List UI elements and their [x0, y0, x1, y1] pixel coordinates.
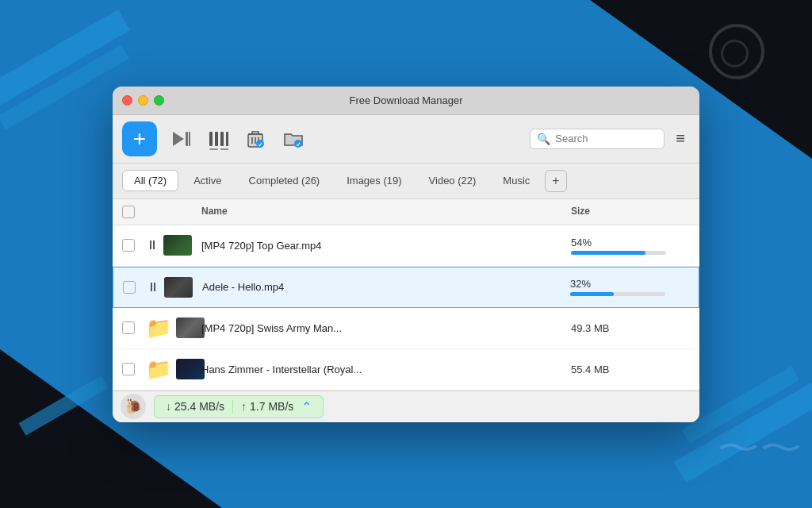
folder-icon: 📁 — [146, 316, 171, 341]
size-cell: 32% — [570, 278, 689, 296]
svg-rect-2 — [189, 132, 190, 146]
search-container: 🔍 — [530, 129, 665, 149]
svg-text:✓: ✓ — [296, 141, 301, 148]
thumbnail — [163, 235, 192, 256]
trash-icon: ✓ — [244, 128, 266, 150]
app-window: Free Download Manager + — [113, 87, 699, 422]
pause-icon: ⏸ — [147, 280, 159, 294]
window-title: Free Download Manager — [349, 94, 462, 106]
row-actions: 📁 — [146, 357, 201, 382]
resume-button[interactable] — [163, 125, 195, 153]
folder-check-icon: ✓ — [282, 128, 304, 150]
pause-all-button[interactable] — [201, 125, 233, 153]
close-button[interactable] — [122, 95, 132, 106]
tab-completed[interactable]: Completed (26) — [237, 170, 332, 191]
size-cell: 49.3 MB — [571, 322, 690, 334]
status-bar: 🐌 ↓ 25.4 MB/s ↑ 1.7 MB/s ⌃ — [113, 391, 699, 422]
add-download-button[interactable]: + — [122, 121, 157, 156]
row-checkbox[interactable] — [122, 239, 135, 252]
pause-all-icon — [206, 128, 228, 150]
up-arrow-icon: ↑ — [241, 400, 247, 413]
svg-rect-7 — [226, 132, 228, 146]
header-name-col: Name — [201, 206, 571, 218]
svg-text:✓: ✓ — [258, 141, 263, 148]
file-name: [MP4 720p] Swiss Army Man... — [201, 322, 571, 334]
hamburger-menu-button[interactable]: ≡ — [671, 126, 690, 151]
progress-bar-fill — [570, 292, 614, 296]
svg-rect-5 — [209, 148, 218, 150]
add-tab-button[interactable]: + — [545, 170, 566, 192]
progress-wrap: 32% — [570, 278, 689, 296]
upload-speed-value: 1.7 MB/s — [250, 400, 293, 413]
download-table: Name Size ⏸ [MP4 720p] Top Gear.mp4 54% — [113, 199, 699, 391]
svg-rect-1 — [186, 132, 188, 146]
open-folder-button[interactable]: ✓ — [278, 125, 309, 153]
svg-marker-0 — [173, 132, 184, 146]
snail-icon: 🐌 — [121, 394, 146, 419]
select-all-checkbox[interactable] — [122, 206, 135, 218]
svg-rect-4 — [215, 132, 218, 146]
speed-badges: ↓ 25.4 MB/s ↑ 1.7 MB/s ⌃ — [154, 395, 324, 418]
table-row[interactable]: 📁 Hans Zimmer - Interstellar (Royal... 5… — [113, 349, 699, 391]
table-row[interactable]: ⏸ Adele - Hello.mp4 32% — [113, 267, 699, 308]
table-header: Name Size — [113, 199, 699, 225]
download-speed-value: 25.4 MB/s — [174, 400, 224, 413]
tab-music[interactable]: Music — [491, 170, 542, 191]
down-arrow-icon: ↓ — [166, 400, 171, 413]
collapse-button[interactable]: ⌃ — [301, 399, 312, 414]
search-icon: 🔍 — [537, 133, 550, 145]
plus-icon: + — [133, 128, 146, 150]
file-name: Hans Zimmer - Interstellar (Royal... — [201, 364, 571, 375]
download-speed: ↓ 25.4 MB/s — [166, 400, 224, 413]
upload-speed: ↑ 1.7 MB/s — [241, 400, 293, 413]
table-row[interactable]: ⏸ [MP4 720p] Top Gear.mp4 54% — [113, 225, 699, 267]
header-actions-col — [146, 206, 201, 218]
row-checkbox[interactable] — [122, 321, 135, 334]
svg-rect-6 — [220, 132, 224, 146]
tab-video[interactable]: Video (22) — [417, 170, 488, 191]
progress-percent: 54% — [571, 237, 690, 248]
tab-all[interactable]: All (72) — [122, 170, 178, 191]
size-cell: 54% — [571, 237, 690, 255]
row-actions: ⏸ — [147, 277, 202, 298]
title-bar: Free Download Manager — [113, 87, 699, 115]
pause-icon: ⏸ — [146, 238, 159, 252]
speed-separator — [232, 400, 233, 413]
progress-bar-bg — [571, 251, 666, 255]
hamburger-icon: ≡ — [676, 129, 685, 148]
tab-images[interactable]: Images (19) — [335, 170, 413, 191]
search-input[interactable] — [555, 133, 657, 144]
thumbnail — [176, 359, 205, 379]
folder-icon: 📁 — [146, 357, 171, 382]
play-queue-icon — [168, 128, 190, 150]
file-name: Adele - Hello.mp4 — [202, 281, 570, 293]
file-name: [MP4 720p] Top Gear.mp4 — [201, 240, 571, 252]
progress-percent: 32% — [570, 278, 689, 290]
thumbnail — [164, 277, 193, 298]
progress-bar-fill — [571, 251, 645, 255]
header-size-col: Size — [571, 206, 690, 218]
traffic-lights — [122, 95, 164, 106]
minimize-button[interactable] — [138, 95, 148, 106]
maximize-button[interactable] — [154, 95, 164, 106]
progress-wrap: 54% — [571, 237, 690, 255]
toolbar: + — [113, 115, 699, 164]
progress-bar-bg — [570, 292, 665, 296]
svg-rect-8 — [220, 148, 228, 150]
row-checkbox[interactable] — [123, 281, 136, 294]
row-actions: ⏸ — [146, 235, 201, 256]
row-actions: 📁 — [146, 316, 201, 341]
header-checkbox-col — [122, 206, 146, 218]
delete-button[interactable]: ✓ — [239, 125, 271, 153]
thumbnail — [176, 318, 205, 338]
svg-rect-3 — [209, 132, 213, 146]
tab-active[interactable]: Active — [182, 170, 233, 191]
filter-bar: All (72) Active Completed (26) Images (1… — [113, 164, 699, 199]
row-checkbox[interactable] — [122, 363, 135, 375]
table-row[interactable]: 📁 [MP4 720p] Swiss Army Man... 49.3 MB — [113, 308, 699, 349]
size-cell: 55.4 MB — [571, 364, 690, 375]
